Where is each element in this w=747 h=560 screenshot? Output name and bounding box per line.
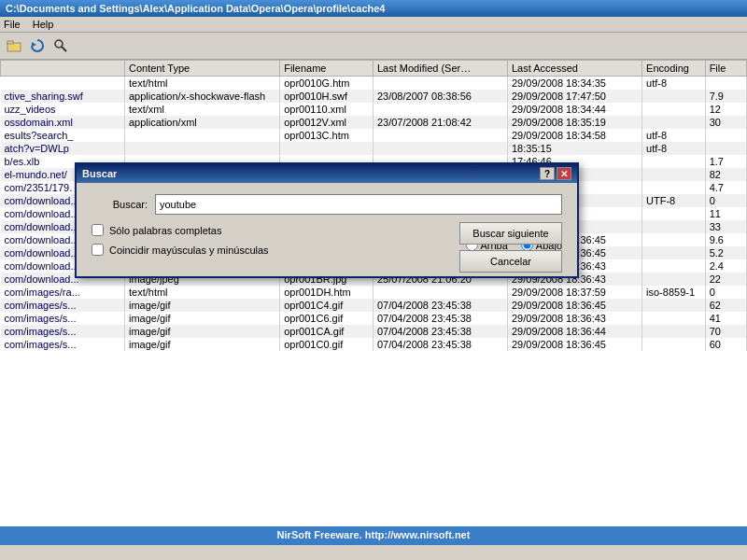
dialog-help-button[interactable]: ? bbox=[540, 167, 555, 180]
match-case-checkbox[interactable] bbox=[92, 244, 104, 256]
dialog-controls: ? ✕ bbox=[540, 167, 571, 180]
search-label: Buscar: bbox=[92, 199, 148, 210]
search-row: Buscar: bbox=[92, 194, 562, 215]
title-text: C:\Documents and Settings\Alex\Applicati… bbox=[6, 3, 385, 14]
refresh-button[interactable] bbox=[27, 35, 48, 56]
find-next-button[interactable]: Buscar siguiente bbox=[459, 222, 562, 245]
dialog-body: Buscar: Buscar siguiente Cancelar Sólo p… bbox=[77, 183, 577, 276]
menu-file[interactable]: File bbox=[4, 19, 21, 30]
svg-point-3 bbox=[55, 40, 63, 48]
search-input[interactable] bbox=[155, 194, 562, 215]
buscar-dialog: Buscar ? ✕ Buscar: Buscar siguiente Canc… bbox=[75, 162, 579, 278]
svg-rect-1 bbox=[7, 41, 13, 44]
match-case-row: Coincidir mayúsculas y minúsculas bbox=[92, 244, 438, 256]
dialog-close-button[interactable]: ✕ bbox=[557, 167, 571, 180]
main-area: Content Type Filename Last Modified (Ser… bbox=[0, 60, 747, 545]
title-bar: C:\Documents and Settings\Alex\Applicati… bbox=[0, 0, 747, 17]
svg-marker-2 bbox=[32, 42, 36, 47]
find-button[interactable] bbox=[50, 35, 71, 56]
match-case-label: Coincidir mayúsculas y minúsculas bbox=[109, 245, 269, 256]
toolbar bbox=[0, 33, 747, 60]
dialog-buttons: Buscar siguiente Cancelar bbox=[459, 222, 562, 273]
whole-words-checkbox[interactable] bbox=[92, 224, 104, 236]
dialog-overlay: Buscar ? ✕ Buscar: Buscar siguiente Canc… bbox=[0, 60, 747, 545]
dialog-title: Buscar bbox=[82, 168, 117, 179]
cancel-button[interactable]: Cancelar bbox=[459, 250, 562, 273]
menu-bar: File Help bbox=[0, 17, 747, 33]
menu-help[interactable]: Help bbox=[33, 19, 54, 30]
whole-words-label: Sólo palabras completas bbox=[109, 225, 221, 236]
open-button[interactable] bbox=[4, 35, 24, 56]
open-icon bbox=[7, 38, 21, 53]
find-icon bbox=[53, 38, 68, 53]
whole-words-row: Sólo palabras completas bbox=[92, 224, 438, 236]
refresh-icon bbox=[30, 38, 45, 53]
dialog-title-bar: Buscar ? ✕ bbox=[77, 164, 577, 183]
svg-line-4 bbox=[62, 47, 66, 51]
